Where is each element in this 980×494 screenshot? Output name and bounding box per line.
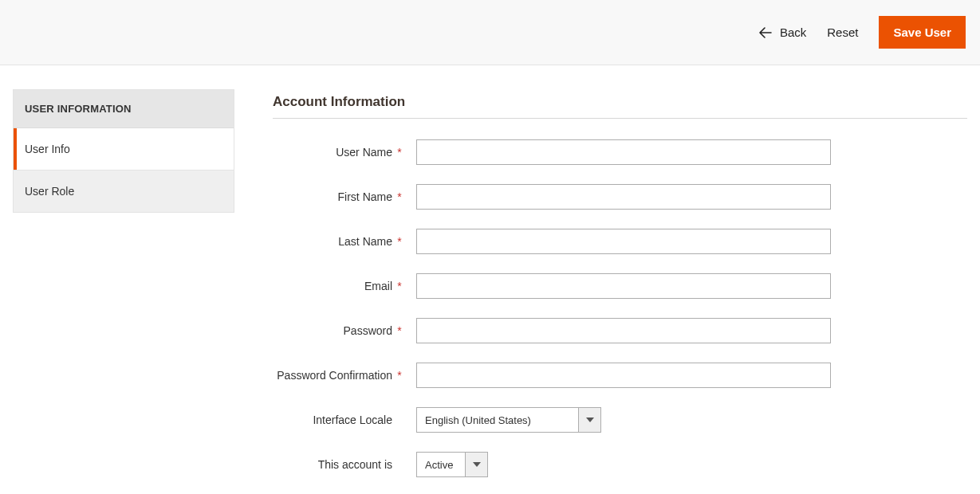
field-interface-locale: Interface Locale * English (United State… <box>273 407 967 433</box>
account-status-select[interactable]: Active <box>416 452 488 477</box>
field-account-status: This account is * Active <box>273 452 967 477</box>
section-title: Account Information <box>273 94 967 119</box>
sidebar-item-label: User Role <box>25 185 74 198</box>
chevron-down-icon <box>578 408 600 432</box>
interface-locale-select[interactable]: English (United States) <box>416 407 601 433</box>
user-name-input[interactable] <box>416 139 831 165</box>
reset-label: Reset <box>827 25 858 39</box>
first-name-input[interactable] <box>416 184 831 210</box>
field-label: Interface Locale <box>313 414 392 426</box>
required-icon: * <box>396 280 403 292</box>
field-last-name: Last Name * <box>273 229 967 254</box>
form-content: Account Information User Name * First Na… <box>273 89 967 494</box>
main-content: USER INFORMATION User Info User Role Acc… <box>0 65 980 494</box>
save-user-label: Save User <box>893 25 951 39</box>
required-icon: * <box>396 235 403 248</box>
sidebar: USER INFORMATION User Info User Role <box>13 89 234 213</box>
select-value: Active <box>417 453 465 476</box>
field-email: Email * <box>273 273 967 299</box>
sidebar-item-label: User Info <box>25 143 70 155</box>
sidebar-title: USER INFORMATION <box>14 90 234 128</box>
required-icon: * <box>396 369 403 382</box>
field-label: Last Name <box>338 235 392 248</box>
required-icon: * <box>396 324 403 337</box>
field-label: Email <box>364 280 392 292</box>
required-icon: * <box>396 146 403 159</box>
field-label: User Name <box>336 146 392 159</box>
email-input[interactable] <box>416 273 831 299</box>
last-name-input[interactable] <box>416 229 831 254</box>
field-user-name: User Name * <box>273 139 967 165</box>
sidebar-item-user-role[interactable]: User Role <box>14 171 234 212</box>
field-label: This account is <box>318 458 392 471</box>
password-input[interactable] <box>416 318 831 343</box>
field-password: Password * <box>273 318 967 343</box>
password-confirmation-input[interactable] <box>416 363 831 388</box>
field-label: Password Confirmation <box>277 369 392 382</box>
field-label: First Name <box>338 190 392 203</box>
reset-button[interactable]: Reset <box>827 25 858 39</box>
header-toolbar: Back Reset Save User <box>0 0 980 65</box>
select-value: English (United States) <box>417 408 578 432</box>
field-label: Password <box>344 324 392 337</box>
chevron-down-icon <box>465 453 487 476</box>
arrow-left-icon <box>759 27 772 38</box>
sidebar-item-user-info[interactable]: User Info <box>14 128 234 171</box>
back-label: Back <box>780 25 806 39</box>
required-icon: * <box>396 190 403 203</box>
save-user-button[interactable]: Save User <box>879 16 966 49</box>
back-button[interactable]: Back <box>759 25 806 39</box>
field-first-name: First Name * <box>273 184 967 210</box>
field-password-confirmation: Password Confirmation * <box>273 363 967 388</box>
